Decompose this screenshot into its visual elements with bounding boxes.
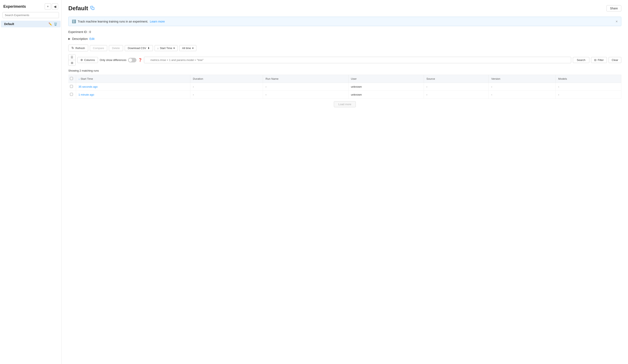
results-info: Showing 2 matching runs xyxy=(68,69,621,72)
help-icon[interactable]: ❓ xyxy=(138,58,142,62)
columns-gear-icon: ⚙ xyxy=(80,59,83,61)
compare-button[interactable]: Compare xyxy=(90,45,107,51)
load-more-wrap: Load more xyxy=(68,99,621,108)
description-edit-link[interactable]: Edit xyxy=(89,37,94,41)
all-time-label: All time xyxy=(182,47,191,50)
row-checkbox-0[interactable] xyxy=(70,85,73,88)
experiment-item-actions: ✏️ 🗑️ xyxy=(48,22,57,26)
start-time-dropdown[interactable]: ↓ Start Time ▾ xyxy=(155,45,178,51)
table-row: 1 minute ago - - unknown - - - xyxy=(68,91,621,99)
experiment-id-value: 0 xyxy=(89,30,91,34)
search-filter-button[interactable]: Search xyxy=(573,57,589,63)
row-run-name: - xyxy=(263,91,348,99)
collapse-sidebar-button[interactable]: ◀ xyxy=(52,3,58,10)
chevron-left-icon: ◀ xyxy=(54,4,56,8)
view-toggle-group: ☰ ⊞ xyxy=(68,54,76,66)
sidebar-actions: + ◀ xyxy=(45,3,58,10)
runs-tbody: 35 seconds ago - - unknown - - - 1 minut… xyxy=(68,83,621,99)
select-all-checkbox[interactable] xyxy=(70,77,73,80)
learn-more-link[interactable]: Learn more xyxy=(150,20,165,23)
th-start-time[interactable]: ↓ Start Time xyxy=(76,75,190,83)
row-duration: - xyxy=(190,91,263,99)
experiment-item-default[interactable]: Default ✏️ 🗑️ xyxy=(1,21,61,27)
description-section: ▶ Description Edit xyxy=(68,37,621,41)
filter-row: ☰ ⊞ ⚙ Columns Only show differences ❓ 🔍 … xyxy=(68,54,621,66)
refresh-label: Refresh xyxy=(76,47,85,50)
row-checkbox-cell xyxy=(68,83,76,91)
list-view-button[interactable]: ☰ xyxy=(69,55,76,60)
row-version: - xyxy=(489,83,556,91)
experiment-item-label: Default xyxy=(4,22,14,26)
info-icon: ℹ️ xyxy=(72,19,76,23)
info-banner-content: ℹ️ Track machine learning training runs … xyxy=(72,19,165,23)
close-banner-button[interactable]: × xyxy=(616,20,618,23)
row-start-time: 1 minute ago xyxy=(76,91,190,99)
toggle-slider xyxy=(128,58,136,62)
grid-icon: ⊞ xyxy=(71,61,73,64)
add-experiment-button[interactable]: + xyxy=(45,3,51,10)
run-link-0[interactable]: 35 seconds ago xyxy=(78,85,98,88)
clear-button[interactable]: Clear xyxy=(609,57,621,63)
only-differences-label: Only show differences xyxy=(100,59,126,61)
experiment-id-label: Experiment ID : xyxy=(68,30,88,34)
th-source: Source xyxy=(424,75,488,83)
columns-button[interactable]: ⚙ Columns xyxy=(77,57,98,63)
chevron-down-icon: ▾ xyxy=(173,47,175,50)
download-csv-button[interactable]: Download CSV ⬇ xyxy=(125,45,153,51)
filter-icon: ⊟ xyxy=(594,59,596,61)
grid-view-button[interactable]: ⊞ xyxy=(69,60,76,65)
download-icon: ⬇ xyxy=(148,47,150,50)
row-user: unknown xyxy=(348,91,424,99)
sidebar-header: Experiments + ◀ xyxy=(0,3,61,12)
th-version: Version xyxy=(489,75,556,83)
all-time-dropdown[interactable]: All time ▾ xyxy=(179,45,196,51)
compare-label: Compare xyxy=(93,47,104,50)
row-models: - xyxy=(556,91,621,99)
only-differences-toggle[interactable] xyxy=(128,58,136,62)
copy-icon[interactable] xyxy=(90,6,94,11)
run-link-1[interactable]: 1 minute ago xyxy=(78,93,94,96)
search-experiments-input[interactable] xyxy=(2,12,59,18)
search-filter-input[interactable] xyxy=(144,57,571,63)
experiment-title-row: Default xyxy=(68,5,94,12)
start-time-col-label: Start Time xyxy=(81,77,93,80)
delete-experiment-icon[interactable]: 🗑️ xyxy=(54,22,57,26)
experiment-name: Default xyxy=(68,5,88,12)
svg-rect-0 xyxy=(92,7,94,10)
main-content: Default Share ℹ️ Track machine learning … xyxy=(62,0,628,364)
sidebar: Experiments + ◀ Default ✏️ 🗑️ xyxy=(0,0,62,364)
search-input-wrap: 🔍 xyxy=(144,57,571,63)
th-run-name: Run Name xyxy=(263,75,348,83)
th-duration: Duration xyxy=(190,75,263,83)
row-models: - xyxy=(556,83,621,91)
refresh-icon: ↻ xyxy=(72,46,74,50)
description-toggle-arrow[interactable]: ▶ xyxy=(68,37,71,40)
edit-experiment-icon[interactable]: ✏️ xyxy=(48,22,52,26)
main-header: Default Share xyxy=(68,5,621,12)
row-user: unknown xyxy=(348,83,424,91)
share-button[interactable]: Share xyxy=(607,5,621,11)
load-more-button[interactable]: Load more xyxy=(334,101,356,107)
download-csv-label: Download CSV xyxy=(128,47,146,50)
table-row: 35 seconds ago - - unknown - - - xyxy=(68,83,621,91)
runs-table: ↓ Start Time Duration Run Name User Sour… xyxy=(68,75,621,99)
refresh-button[interactable]: ↻ Refresh xyxy=(68,45,88,51)
row-run-name: - xyxy=(263,83,348,91)
columns-label: Columns xyxy=(84,59,95,61)
sidebar-title: Experiments xyxy=(3,4,26,9)
th-models: Models xyxy=(556,75,621,83)
filter-button[interactable]: ⊟ Filter xyxy=(591,57,607,63)
row-source: - xyxy=(424,91,488,99)
row-checkbox-1[interactable] xyxy=(70,93,73,96)
th-user: User xyxy=(348,75,424,83)
row-source: - xyxy=(424,83,488,91)
row-start-time: 35 seconds ago xyxy=(76,83,190,91)
experiment-id: Experiment ID : 0 xyxy=(68,30,621,34)
delete-button[interactable]: Delete xyxy=(109,45,123,51)
info-banner-text: Track machine learning training runs in … xyxy=(78,20,148,23)
sort-icon: ↓ xyxy=(78,77,80,80)
th-checkbox xyxy=(68,75,76,83)
all-time-chevron-icon: ▾ xyxy=(192,47,194,50)
list-icon: ☰ xyxy=(71,56,73,59)
delete-label: Delete xyxy=(112,47,120,50)
